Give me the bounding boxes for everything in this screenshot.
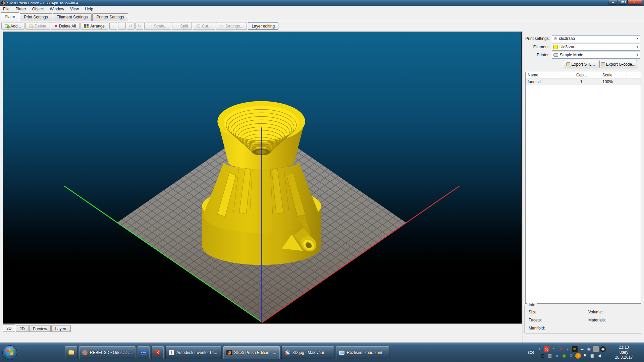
tray-icon-globe[interactable]: ⊕ xyxy=(568,353,574,359)
printer-label: Printer: xyxy=(523,53,550,57)
language-indicator[interactable]: CS xyxy=(528,350,534,355)
menu-window[interactable]: Window xyxy=(47,6,67,12)
tray-icon-java-update[interactable]: ◆ xyxy=(554,353,560,359)
rotate-cw-button[interactable]: ↻ xyxy=(136,22,143,30)
arrange-button[interactable]: Arrange xyxy=(80,22,108,30)
window-title: Slic3r Prusa Edition - 1.33.8-prusa3d-wi… xyxy=(7,1,78,5)
filament-label: Filament: xyxy=(523,45,550,49)
tab-printer-settings[interactable]: Printer Settings xyxy=(92,13,128,21)
clock-day: úterý xyxy=(608,350,639,355)
object-list-header: Name Cop... Scale xyxy=(526,72,641,78)
printer-value: Simple Mode xyxy=(560,53,583,57)
taskbar-clock[interactable]: 21:13 úterý 28.3.2017 xyxy=(608,345,639,360)
windows-logo-icon xyxy=(6,349,13,356)
view-tab-layers[interactable]: Layers xyxy=(51,325,71,332)
chevron-down-icon: ▼ xyxy=(636,46,639,49)
close-button[interactable]: × xyxy=(628,0,642,5)
tray-icon-speaker[interactable]: ◀ xyxy=(596,353,602,359)
tray-icon-steam[interactable]: ◉ xyxy=(600,346,606,352)
tray-icon-external-drive[interactable]: ▦ xyxy=(547,353,553,359)
printer-select[interactable]: Simple Mode ▼ xyxy=(552,52,640,59)
taskbar-inventor-button[interactable]: I Autodesk Inventor Pr... xyxy=(165,346,222,359)
rotate-ccw-button[interactable]: ↺ xyxy=(127,22,135,30)
slic3r-icon xyxy=(226,350,232,355)
clock-time: 21:13 xyxy=(608,345,639,350)
column-header-copies[interactable]: Cop... xyxy=(574,72,588,78)
decrease-copies-button[interactable]: − xyxy=(118,22,126,30)
filament-select[interactable]: slic3rzao ▼ xyxy=(552,44,640,51)
side-panel: Print settings: ⚙ slic3rzao ▼ Filament: … xyxy=(523,31,644,343)
system-tray: CS ▲ ◎ ◔ ◄ ▪ 99 ☁ ◉ ✓ ◉ ▤ ▦ ◆ ◉ ⊕ ! ⚑ xyxy=(528,345,642,360)
tray-icon-red-app[interactable]: ◎ xyxy=(544,346,549,352)
tray-icon-volume-mixer[interactable]: ◄ xyxy=(558,346,564,352)
delete-all-button[interactable]: × Delete All xyxy=(51,22,79,30)
tray-icon-network[interactable]: ▣ xyxy=(589,353,595,359)
tray-icon-a360[interactable]: ◔ xyxy=(551,346,556,352)
tray-icon-app-box[interactable]: ▪ xyxy=(565,346,571,352)
object-list: Name Cop... Scale funo.stl 1 100% xyxy=(525,72,641,304)
tray-icon-cpu-monitor[interactable]: 99 xyxy=(572,346,578,352)
tray-icon-alert[interactable]: ! xyxy=(575,353,581,359)
taskbar-explorer-button[interactable] xyxy=(65,346,77,359)
3d-viewport[interactable] xyxy=(3,32,522,324)
split-button[interactable]: ∷ Split xyxy=(172,22,192,30)
increase-copies-button[interactable]: + xyxy=(109,22,117,30)
add-button[interactable]: + Add... xyxy=(1,22,24,30)
export-gcode-icon xyxy=(601,62,605,66)
start-button[interactable] xyxy=(2,345,17,360)
menu-help[interactable]: Help xyxy=(82,6,96,12)
title-bar: Slic3r Prusa Edition - 1.33.8-prusa3d-wi… xyxy=(0,0,644,6)
kmplayer-icon: KMP xyxy=(141,350,146,355)
tray-icon-keyboard[interactable]: ▤ xyxy=(540,353,546,359)
tray-icon-usb-eject[interactable]: ✓ xyxy=(593,346,599,352)
tray-icon-autodesk[interactable]: ▲ xyxy=(537,346,542,352)
tray-icon-nvidia[interactable]: ◉ xyxy=(561,353,567,359)
tab-plater[interactable]: Plater xyxy=(1,12,19,21)
slic3r-app-icon xyxy=(1,1,5,5)
restore-icon xyxy=(622,1,624,3)
view-tab-3d[interactable]: 3D xyxy=(3,324,15,332)
export-gcode-button[interactable]: Export G-code... xyxy=(599,60,637,68)
taskbar-kmplayer-button[interactable]: KMP xyxy=(137,346,150,359)
tab-filament-settings[interactable]: Filament Settings xyxy=(53,13,92,21)
tray-icon-media-player[interactable]: ◉ xyxy=(586,346,592,352)
menu-view[interactable]: View xyxy=(67,6,82,12)
settings-button[interactable]: ⚙ Settings... xyxy=(216,22,247,30)
tray-icon-action-center-flag[interactable]: ⚑ xyxy=(582,353,588,359)
info-size-label: Size: xyxy=(529,310,538,314)
scale-button[interactable]: ↔ Scale... xyxy=(144,22,171,30)
delete-object-icon: − xyxy=(29,24,33,28)
layer-editing-button[interactable]: Layer editing xyxy=(248,22,278,30)
taskbar-slic3r-button[interactable]: Slic3r Prusa Edition - ... xyxy=(223,346,280,359)
taskbar-paint-button[interactable]: 3D.jpg - Malování xyxy=(281,346,334,359)
rotate-ccw-icon: ↺ xyxy=(129,24,132,28)
taskbar-firefox-button[interactable]: REBEL 3D • Odeslat o... xyxy=(79,346,136,359)
table-row[interactable]: funo.stl 1 100% xyxy=(526,78,641,85)
menu-plater[interactable]: Plater xyxy=(12,6,29,12)
delete-all-icon: × xyxy=(55,24,57,28)
column-header-scale[interactable]: Scale xyxy=(588,72,627,78)
3d-scene[interactable] xyxy=(3,32,522,323)
taskbar-realplayer-button[interactable]: R xyxy=(151,346,164,359)
export-stl-button[interactable]: Export STL... xyxy=(563,60,598,68)
info-materials-label: Materials: xyxy=(588,318,606,322)
menu-object[interactable]: Object xyxy=(29,6,47,12)
tray-icon-onedrive[interactable]: ☁ xyxy=(579,346,585,352)
chevron-down-icon: ▼ xyxy=(636,37,639,40)
print-settings-select[interactable]: ⚙ slic3rzao ▼ xyxy=(552,35,640,42)
clock-date: 28.3.2017 xyxy=(608,355,639,360)
restore-button[interactable] xyxy=(618,0,628,5)
column-header-name[interactable]: Name xyxy=(526,72,574,78)
menu-bar: File Plater Object Window View Help xyxy=(0,6,644,12)
minimize-button[interactable]: – xyxy=(608,0,618,5)
view-tab-2d[interactable]: 2D xyxy=(16,325,28,332)
tab-print-settings[interactable]: Print Settings xyxy=(20,13,52,21)
delete-button[interactable]: − Delete xyxy=(25,22,50,30)
taskbar-display-settings-button[interactable]: Rozlišení zobrazení xyxy=(336,346,389,359)
cut-button[interactable]: Cut... xyxy=(193,22,215,30)
folder-icon xyxy=(68,350,74,355)
view-tab-preview[interactable]: Preview xyxy=(29,325,51,332)
plus-icon: + xyxy=(112,24,115,28)
cut-icon xyxy=(197,24,200,28)
menu-file[interactable]: File xyxy=(0,6,12,12)
